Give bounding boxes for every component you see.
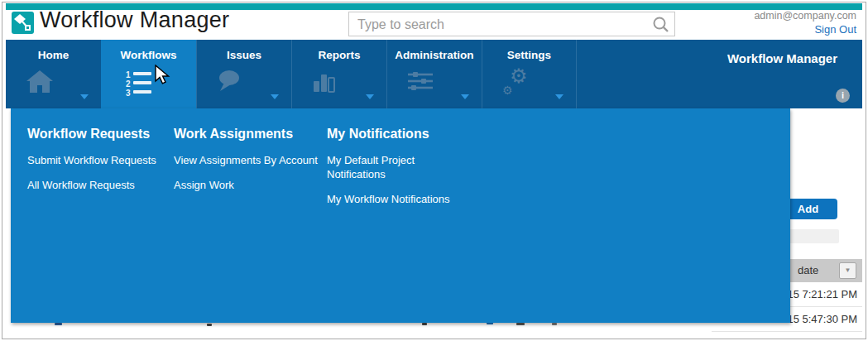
chevron-down-icon (80, 94, 89, 99)
menu-item-my-workflow-notifications[interactable]: My Workflow Notifications (327, 192, 464, 206)
grid-filter-box[interactable] (784, 229, 839, 243)
main-nav: Home Workflows 1 2 3 Issues (6, 40, 862, 108)
app-logo-icon (12, 12, 34, 34)
chevron-down-icon (555, 94, 563, 99)
clipped-text-fragment (55, 323, 62, 325)
clipped-text-fragment (516, 323, 525, 325)
dropdown-heading: Workflow Requests (27, 127, 172, 142)
menu-item-my-default-project-notifications[interactable]: My Default Project Notifications (327, 153, 464, 181)
account-email: admin@company.com (754, 10, 856, 22)
info-icon[interactable]: i (836, 89, 850, 103)
bar-chart-icon (312, 70, 340, 98)
page-title: Workflow Manager (40, 7, 229, 33)
tab-workflows[interactable]: Workflows 1 2 3 (101, 40, 196, 108)
menu-item-assign-work[interactable]: Assign Work (174, 178, 323, 192)
chevron-down-icon (271, 94, 279, 99)
svg-text:3: 3 (126, 89, 131, 96)
tab-settings[interactable]: Settings ⚙ ⚙ (482, 40, 577, 108)
svg-text:2: 2 (126, 79, 131, 89)
dropdown-column-work-assignments: Work Assignments View Assignments By Acc… (174, 127, 323, 203)
dropdown-column-my-notifications: My Notifications My Default Project Noti… (327, 127, 464, 217)
nav-brand-label: Workflow Manager (727, 51, 837, 65)
clipped-text-fragment (207, 324, 212, 326)
chat-bubble-icon (217, 70, 245, 98)
tab-reports[interactable]: Reports (291, 40, 386, 108)
sign-out-link[interactable]: Sign Out (814, 23, 856, 36)
search-icon[interactable] (652, 16, 670, 37)
column-filter-button[interactable]: ▼ (839, 262, 856, 279)
clipped-text-fragment (422, 323, 427, 325)
menu-item-all-workflow-requests[interactable]: All Workflow Requests (27, 178, 172, 192)
chevron-down-icon (366, 94, 374, 99)
tab-home[interactable]: Home (6, 40, 101, 108)
grid-header-label: date (798, 264, 818, 276)
search-box (348, 12, 675, 36)
clipped-text-fragment (552, 323, 557, 325)
home-icon (26, 70, 54, 98)
dropdown-heading: My Notifications (327, 127, 464, 142)
chevron-down-icon (461, 94, 469, 99)
dropdown-column-workflow-requests: Workflow Requests Submit Workflow Reques… (27, 127, 172, 203)
menu-item-view-assignments-by-account[interactable]: View Assignments By Account (174, 153, 323, 167)
numbered-list-icon: 1 2 3 (126, 70, 154, 98)
dropdown-heading: Work Assignments (174, 127, 323, 142)
app-header: Workflow Manager admin@company.com Sign … (6, 10, 862, 40)
workflows-dropdown-menu: Workflow Requests Submit Workflow Reques… (11, 108, 790, 323)
svg-text:1: 1 (126, 70, 131, 79)
menu-item-submit-workflow-requests[interactable]: Submit Workflow Requests (27, 153, 172, 167)
tab-issues[interactable]: Issues (196, 40, 291, 108)
tab-administration[interactable]: Administration (386, 40, 482, 108)
search-input[interactable] (356, 13, 640, 36)
sliders-icon (407, 70, 435, 98)
gears-icon: ⚙ ⚙ (502, 70, 530, 98)
